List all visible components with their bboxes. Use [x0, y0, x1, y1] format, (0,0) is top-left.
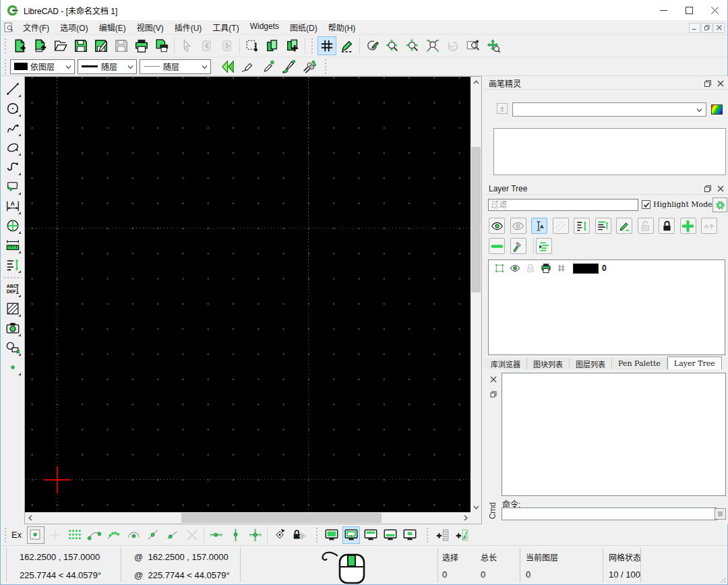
dock-close-button[interactable] [717, 80, 725, 88]
dock-float-button[interactable] [704, 185, 712, 193]
scroll-left-arrow[interactable] [25, 512, 36, 523]
toolbar-handle[interactable] [426, 528, 429, 543]
measure-button[interactable] [3, 236, 22, 255]
rel-zero-button[interactable] [271, 526, 289, 544]
draft-button[interactable] [338, 36, 357, 55]
layer-name[interactable]: 0 [602, 264, 607, 273]
cursor-a-button[interactable]: A [531, 218, 547, 234]
hatch-button[interactable] [3, 299, 22, 318]
grid-dots-button[interactable] [66, 526, 84, 544]
zoom-prev-button[interactable] [444, 36, 462, 55]
layer-construction-grid-icon[interactable] [556, 263, 567, 274]
layer-print-icon[interactable] [541, 263, 551, 274]
zoom-auto-button[interactable] [423, 36, 442, 55]
menu-1[interactable]: 文件(F) [18, 20, 55, 35]
text-button[interactable]: ABCDEF [3, 280, 22, 299]
add-layer-button[interactable] [680, 218, 696, 234]
mdi-close-button[interactable] [713, 23, 725, 33]
layer-settings-button[interactable] [712, 197, 727, 212]
file-open-button[interactable] [51, 36, 70, 55]
image-button[interactable] [3, 319, 22, 338]
toolbar-handle[interactable] [4, 528, 7, 543]
back-button[interactable] [218, 57, 237, 76]
spline-button[interactable] [3, 119, 22, 137]
redo-button[interactable] [218, 36, 237, 55]
sort-up-button[interactable] [574, 218, 590, 234]
zoom-out-button[interactable] [403, 36, 422, 55]
toolbar-handle[interactable] [311, 38, 314, 53]
dock-float-button[interactable] [704, 80, 712, 88]
restrict-both-button[interactable] [247, 526, 264, 544]
pen-wizard-list[interactable] [493, 128, 726, 175]
remove-layer-button[interactable] [489, 238, 505, 254]
menu-6[interactable]: 工具(T) [207, 20, 244, 35]
list-indent-button[interactable] [536, 238, 552, 254]
layer-color-swatch[interactable] [573, 264, 599, 274]
toolbar-handle[interactable] [4, 38, 7, 53]
add-cmd-button[interactable] [433, 526, 451, 544]
toolbar-handle[interactable] [4, 59, 7, 74]
horizontal-scrollbar-thumb[interactable] [181, 513, 382, 523]
pen-edit-button[interactable] [616, 218, 632, 234]
monitor-full-button[interactable] [323, 526, 340, 544]
construction-button[interactable] [553, 218, 569, 234]
scroll-down-arrow[interactable] [471, 501, 481, 512]
dock-close-button[interactable] [489, 375, 498, 384]
zoom-window-button[interactable] [464, 36, 483, 55]
scroll-up-arrow[interactable] [471, 77, 481, 88]
pen-dot-button[interactable] [259, 57, 278, 76]
distance-button[interactable] [164, 526, 181, 544]
brush-button[interactable] [279, 57, 298, 76]
center-button[interactable] [125, 526, 142, 544]
lock-button[interactable] [659, 218, 675, 234]
print-button[interactable] [132, 36, 151, 55]
layer-visible-icon[interactable] [510, 263, 520, 274]
undo-button[interactable] [198, 36, 216, 55]
pen-line-button[interactable] [239, 57, 257, 76]
monitor-frame-button[interactable] [342, 526, 360, 544]
monitor-center-button[interactable] [401, 526, 419, 544]
print-preview-button[interactable] [152, 36, 171, 55]
copy-button[interactable] [263, 36, 282, 55]
monitor-top-button[interactable] [362, 526, 380, 544]
block-button[interactable] [3, 338, 22, 357]
file-new-template-button[interactable] [31, 36, 50, 55]
zoom-in-button[interactable] [383, 36, 402, 55]
layer-row[interactable]: 0 [489, 261, 607, 275]
file-save-button[interactable] [71, 36, 90, 55]
sort-top-button[interactable] [595, 218, 611, 234]
drawing-canvas[interactable] [25, 77, 471, 512]
dock-float-button[interactable] [489, 390, 498, 399]
pen-wizard-twostate-button[interactable]: ± [497, 103, 508, 114]
toolbar-handle[interactable] [315, 528, 319, 543]
layer-list[interactable]: 0 [488, 259, 725, 355]
restrict-v-button[interactable] [227, 526, 245, 544]
ellipse-button[interactable] [3, 138, 22, 157]
vertical-scrollbar-thumb[interactable] [471, 147, 481, 292]
menu-4[interactable]: 视图(V) [131, 20, 169, 35]
polyline-button[interactable] [3, 158, 22, 177]
circle-button[interactable] [3, 99, 22, 118]
layer-filter-input[interactable] [488, 199, 638, 211]
command-input[interactable] [502, 507, 717, 520]
highlight-mode-checkbox[interactable]: Highlight Mode [642, 200, 712, 209]
dock-close-button[interactable] [717, 185, 725, 193]
menu-9[interactable]: 帮助(H) [323, 20, 361, 35]
command-output[interactable] [502, 373, 726, 496]
cut-button[interactable] [243, 36, 262, 55]
maximize-button[interactable] [676, 0, 702, 20]
eye-off-button[interactable] [510, 218, 526, 234]
pen-wizard-combobox[interactable] [512, 102, 706, 117]
linetype-combobox[interactable]: 随层 [140, 59, 211, 74]
add-action-button[interactable] [453, 526, 471, 544]
scroll-right-arrow[interactable] [460, 512, 471, 523]
color-combobox[interactable]: 依图层 [10, 59, 75, 74]
dock-tab-layer-tree[interactable]: Layer Tree [667, 357, 722, 369]
letters-button[interactable]: A [701, 218, 717, 234]
close-button[interactable] [702, 0, 727, 20]
dock-tab-图层列表[interactable]: 图层列表 [570, 358, 612, 369]
grid-button[interactable] [317, 36, 336, 55]
layer-lock-icon[interactable] [525, 263, 536, 274]
menu-2[interactable]: 选项(O) [55, 20, 93, 35]
hammer-button[interactable] [510, 238, 526, 254]
